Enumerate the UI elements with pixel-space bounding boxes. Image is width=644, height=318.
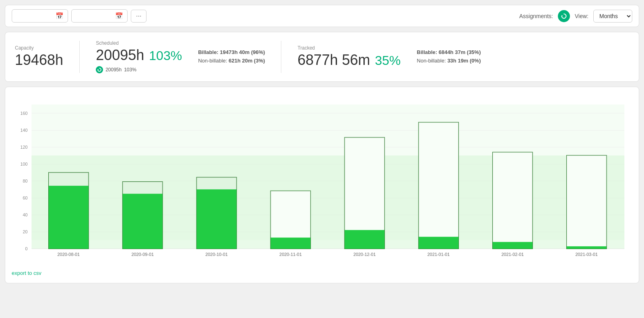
svg-text:2021-02-01: 2021-02-01 — [502, 252, 524, 257]
calendar-from-icon[interactable]: 📅 — [56, 12, 64, 20]
svg-text:60: 60 — [23, 195, 27, 200]
date-to-wrapper: 31-03-2021 📅 — [71, 9, 128, 23]
scheduled-nonbillable: Non-billable: 621h 20m (3%) — [198, 57, 265, 65]
assignments-badge-value: 20095h — [105, 67, 122, 73]
assignments-badge: 20095h 103% — [96, 66, 182, 73]
tracked-label: Tracked — [297, 45, 400, 51]
date-to-input[interactable]: 31-03-2021 — [76, 13, 112, 19]
svg-text:100: 100 — [20, 162, 27, 166]
tracked-block: Tracked 6877h 56m 35% — [297, 45, 400, 69]
bar-group-2 — [123, 182, 163, 249]
tracked-pct: 35% — [375, 53, 400, 68]
divider-1 — [79, 41, 80, 73]
stats-card: Capacity 19468h Scheduled 20095h 103% 20… — [5, 32, 639, 82]
scheduled-billable: Billable: 19473h 40m (96%) — [198, 48, 265, 57]
svg-rect-28 — [123, 182, 163, 194]
scheduled-detail: Billable: 19473h 40m (96%) Non-billable:… — [198, 48, 265, 65]
view-select[interactable]: Days Weeks Months Quarters — [593, 10, 632, 23]
bar-group-6 — [419, 123, 458, 249]
svg-rect-31 — [197, 189, 237, 249]
divider-2 — [281, 41, 281, 73]
svg-marker-1 — [98, 69, 99, 70]
tracked-detail: Billable: 6844h 37m (35%) Non-billable: … — [417, 48, 481, 65]
tracked-billable: Billable: 6844h 37m (35%) — [417, 48, 481, 57]
svg-rect-47 — [493, 242, 533, 249]
tracked-value-row: 6877h 56m 35% — [297, 52, 400, 69]
export-csv-link[interactable]: export to csv — [12, 270, 41, 276]
svg-text:2020-09-01: 2020-09-01 — [131, 252, 154, 257]
bar-group-3 — [197, 177, 237, 249]
svg-rect-27 — [123, 194, 163, 249]
svg-marker-0 — [562, 15, 563, 16]
capacity-value: 19468h — [15, 52, 63, 69]
svg-rect-23 — [49, 186, 89, 249]
scheduled-pct: 103% — [149, 48, 182, 63]
svg-text:120: 120 — [20, 145, 27, 150]
refresh-icon — [561, 13, 567, 19]
svg-rect-24 — [49, 173, 89, 186]
svg-text:160: 160 — [20, 111, 27, 116]
scheduled-label: Scheduled — [96, 40, 182, 46]
chart-card: 0 20 40 60 80 100 120 140 160 — [5, 87, 639, 283]
bar-group-8 — [567, 156, 607, 249]
svg-text:20: 20 — [23, 229, 27, 234]
svg-text:0: 0 — [25, 246, 27, 251]
svg-text:2021-03-01: 2021-03-01 — [576, 252, 598, 257]
date-from-input[interactable]: 01-08-2020 — [16, 13, 52, 19]
bar-group-4 — [270, 191, 310, 249]
calendar-to-icon[interactable]: 📅 — [115, 12, 123, 20]
assignments-badge-pct: 103% — [124, 67, 136, 73]
svg-text:2020-10-01: 2020-10-01 — [205, 252, 228, 257]
bar-group-5 — [345, 137, 384, 249]
view-label: View: — [575, 13, 588, 19]
svg-text:2021-01-01: 2021-01-01 — [427, 252, 450, 257]
date-from-wrapper: 01-08-2020 📅 — [12, 9, 68, 23]
assignments-toggle-button[interactable] — [558, 10, 570, 22]
svg-rect-39 — [345, 230, 384, 249]
svg-rect-43 — [419, 237, 458, 249]
assignments-label: Assignments: — [519, 13, 553, 19]
svg-rect-36 — [270, 191, 310, 238]
svg-rect-52 — [567, 156, 607, 246]
bar-group-7 — [493, 152, 533, 249]
badge-circle-icon — [96, 66, 103, 73]
svg-text:2020-08-01: 2020-08-01 — [58, 252, 80, 257]
svg-rect-35 — [270, 237, 310, 249]
capacity-label: Capacity — [15, 45, 63, 51]
svg-text:2020-11-01: 2020-11-01 — [279, 252, 302, 257]
svg-rect-12 — [31, 156, 624, 249]
svg-rect-51 — [567, 246, 607, 249]
tracked-value: 6877h 56m — [297, 52, 370, 69]
capacity-block: Capacity 19468h — [15, 45, 63, 69]
tracked-nonbillable: Non-billable: 33h 19m (0%) — [417, 57, 481, 65]
toolbar: 01-08-2020 📅 31-03-2021 📅 ··· Assignment… — [5, 5, 639, 27]
scheduled-value-row: 20095h 103% — [96, 47, 182, 64]
svg-rect-44 — [419, 123, 458, 237]
more-button[interactable]: ··· — [131, 10, 147, 23]
scheduled-block: Scheduled 20095h 103% 20095h 103% — [96, 40, 182, 73]
bar-group-1 — [49, 173, 89, 249]
svg-text:2020-12-01: 2020-12-01 — [353, 252, 376, 257]
bar-chart: 0 20 40 60 80 100 120 140 160 — [12, 94, 632, 267]
svg-rect-48 — [493, 152, 533, 242]
svg-text:80: 80 — [23, 179, 27, 183]
chart-area: 0 20 40 60 80 100 120 140 160 — [12, 94, 632, 267]
svg-rect-40 — [345, 137, 384, 230]
badge-refresh-icon — [97, 68, 101, 72]
scheduled-value: 20095h — [96, 47, 144, 64]
date-range-group: 01-08-2020 📅 31-03-2021 📅 ··· — [12, 9, 147, 23]
toolbar-right: Assignments: View: Days Weeks Months Qua… — [519, 10, 632, 23]
svg-text:40: 40 — [23, 212, 27, 217]
svg-rect-32 — [197, 177, 237, 189]
svg-text:140: 140 — [20, 128, 27, 133]
